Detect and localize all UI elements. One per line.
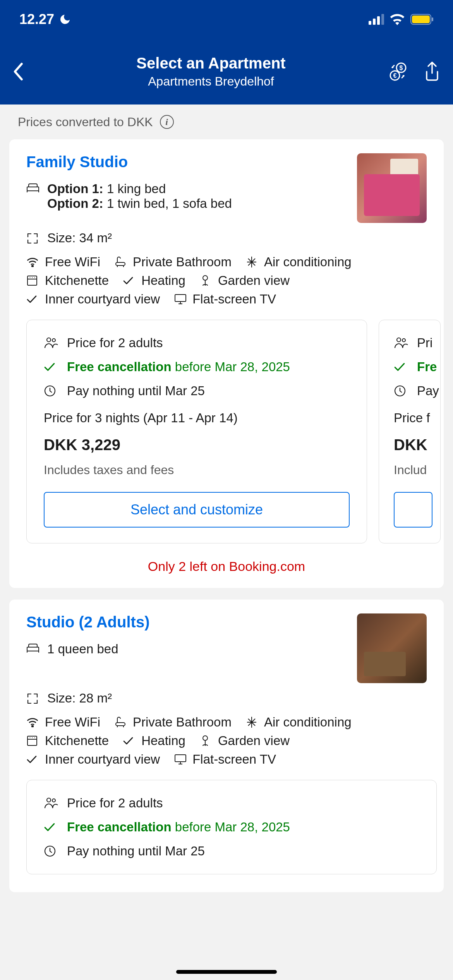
kitchenette-icon [26,735,39,747]
chevron-left-icon [12,62,24,81]
svg-point-12 [32,266,33,267]
battery-icon [410,14,434,25]
svg-point-17 [47,338,51,342]
guests-icon [44,336,58,350]
svg-point-15 [203,276,208,280]
svg-rect-16 [175,295,186,302]
amenity-label: Heating [141,733,185,748]
svg-rect-28 [175,755,186,762]
check-icon [123,276,136,285]
select-button[interactable] [394,492,432,528]
guests-icon [394,336,408,350]
amenity-label: Air conditioning [264,715,352,730]
svg-text:$: $ [400,65,403,71]
guests-text: Pri [417,336,432,350]
svg-rect-25 [116,723,125,726]
svg-rect-13 [116,262,125,266]
tv-icon [174,754,187,765]
nav-subtitle: Apartments Breydelhof [35,74,387,89]
check-icon [26,295,39,304]
bed-text: 1 queen bed [47,642,118,656]
check-icon [394,362,408,372]
svg-rect-23 [27,647,39,651]
svg-rect-1 [373,19,376,25]
check-icon [44,822,58,832]
amenity-label: Flat-screen TV [192,292,276,307]
room-size: Size: 28 m² [47,691,112,706]
pay-text: Pay nothing until Mar 25 [67,384,205,398]
nights-label: Price f [394,411,432,425]
svg-rect-5 [412,15,430,23]
amenity-label: Air conditioning [264,255,352,269]
svg-point-18 [52,339,55,342]
bed-options: Option 1: 1 king bed Option 2: 1 twin be… [47,182,232,211]
status-indicators [369,14,434,25]
amenities: Free WiFi Private Bathroom Air condition… [9,250,444,316]
status-time: 12.27 [19,11,54,27]
guests-icon [44,797,58,810]
check-icon [26,755,39,764]
size-icon [26,692,40,705]
room-card: Studio (2 Adults) 1 queen bed Size: 28 m… [9,600,444,892]
wifi-icon [390,14,405,25]
svg-rect-0 [369,21,371,25]
share-icon[interactable] [423,61,441,82]
amenity-label: Kitchenette [45,273,109,288]
scarcity-notice: Only 2 left on Booking.com [9,547,444,574]
kitchenette-icon [26,275,39,286]
clock-icon [44,385,58,397]
price-option-card: Price for 2 adults Free cancellation bef… [26,780,437,874]
svg-point-27 [203,736,208,740]
room-thumbnail[interactable] [357,153,427,223]
clock-icon [44,845,58,857]
check-icon [123,736,136,745]
svg-point-20 [397,338,401,342]
svg-point-24 [32,726,33,727]
amenities: Free WiFi Private Bathroom Air condition… [9,710,444,776]
nav-actions: $€ [387,61,441,82]
info-icon[interactable]: i [160,115,174,129]
room-title[interactable]: Family Studio [26,153,349,171]
bathroom-icon [114,716,127,728]
price-option-card: Pri Fre Pay Price f DKK Includ [379,320,441,543]
garden-icon [199,735,213,747]
guests-text: Price for 2 adults [67,796,163,810]
price-value: DKK 3,229 [44,436,350,454]
cellular-icon [369,14,384,25]
rooms-list: Family Studio Option 1: 1 king bed Optio… [0,139,453,892]
pay-text: Pay [417,384,439,398]
amenity-label: Private Bathroom [133,255,232,269]
cancel-text: Fre [417,360,437,374]
room-header: Studio (2 Adults) 1 queen bed [9,613,444,683]
room-title[interactable]: Studio (2 Adults) [26,613,349,631]
cancel-text: Free cancellation before Mar 28, 2025 [67,360,290,374]
svg-rect-3 [381,14,384,25]
amenity-label: Flat-screen TV [192,752,276,767]
price-options-scroll[interactable]: Price for 2 adults Free cancellation bef… [9,776,444,878]
amenity-label: Heating [141,273,185,288]
tv-icon [174,293,187,305]
conversion-text: Prices converted to DKK [18,115,153,129]
home-indicator[interactable] [176,970,277,974]
svg-point-30 [52,799,55,802]
currency-icon[interactable]: $€ [387,61,409,82]
status-bar: 12.27 [0,0,453,39]
amenity-label: Free WiFi [45,715,100,730]
conversion-notice: Prices converted to DKK i [0,105,453,139]
select-button[interactable]: Select and customize [44,492,350,528]
amenity-label: Free WiFi [45,255,100,269]
price-options-scroll[interactable]: Price for 2 adults Free cancellation bef… [9,316,444,547]
svg-rect-2 [377,16,380,25]
wifi-icon [26,717,39,727]
moon-icon [59,13,71,26]
garden-icon [199,274,213,287]
svg-point-21 [402,339,405,342]
check-icon [44,362,58,372]
tax-note: Includes taxes and fees [44,463,350,477]
room-header: Family Studio Option 1: 1 king bed Optio… [9,153,444,223]
option1-value: 1 king bed [103,182,166,196]
room-thumbnail[interactable] [357,613,427,683]
wifi-icon [26,257,39,267]
amenity-label: Kitchenette [45,733,109,748]
back-button[interactable] [12,62,35,81]
